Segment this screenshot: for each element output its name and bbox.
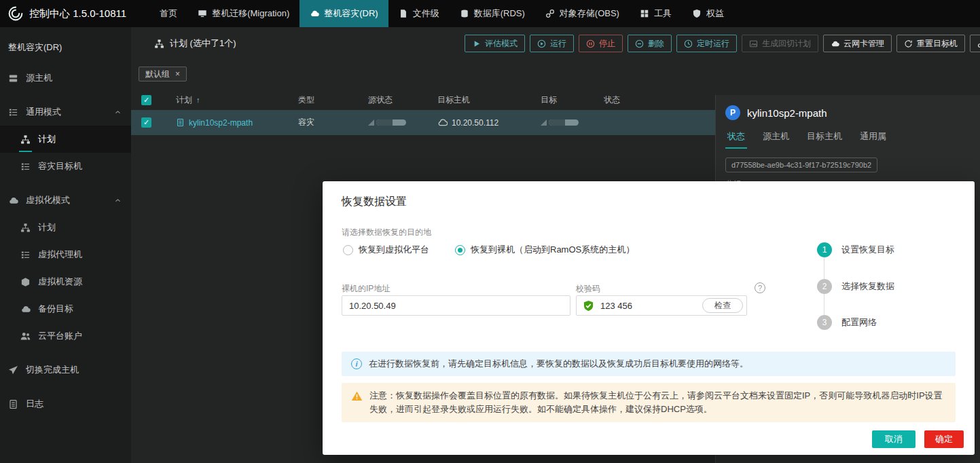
column-header-type[interactable]: 类型 <box>291 94 361 106</box>
column-header-plan[interactable]: 计划 ↑ <box>169 94 291 106</box>
nav-migration[interactable]: 整机迁移(Migration) <box>187 0 300 27</box>
step-3-label: 配置网络 <box>841 316 877 329</box>
column-label: 目标 <box>541 94 557 106</box>
help-icon[interactable]: ? <box>755 282 765 293</box>
sidebar-item-cloud-accounts[interactable]: 云平台账户 <box>0 322 131 350</box>
plan-uuid-chip: d77558be-ae9b-4c31-9f17-b72519c790b2 <box>725 158 877 172</box>
step-1-label: 设置恢复目标 <box>841 244 894 256</box>
detail-panel-tabs: 状态 源主机 目标主机 通用属 <box>716 124 980 149</box>
scheduled-run-button[interactable]: 定时运行 <box>676 35 737 52</box>
shield-check-icon <box>583 300 594 312</box>
partial-mapping-button[interactable]: 1: <box>970 35 980 52</box>
sidebar-item-label: 计划 <box>38 133 56 145</box>
nav-rds[interactable]: 数据库(RDS) <box>450 0 535 27</box>
table-row[interactable]: ✓ kylin10sp2-mpath 容灾 10.20.50.112 <box>131 110 715 135</box>
sidebar-item-switched-hosts[interactable]: 切换完成主机 <box>0 356 131 384</box>
radio-restore-to-virtualization[interactable]: 恢复到虚拟化平台 <box>343 244 429 256</box>
nav-file-level[interactable]: 文件级 <box>388 0 450 27</box>
check-icon: ✓ <box>143 96 149 104</box>
cancel-button[interactable]: 取消 <box>872 430 915 448</box>
filter-tag-default-group[interactable]: 默认组 × <box>139 67 187 81</box>
cloud-icon <box>8 196 18 206</box>
verification-code-field[interactable]: 123 456 检查 <box>576 295 747 316</box>
plan-type: 容灾 <box>298 117 314 128</box>
cloud-icon <box>310 9 319 18</box>
column-label: 状态 <box>604 94 620 106</box>
sidebar-item-source-hosts[interactable]: 源主机 <box>0 64 131 92</box>
cloud-nic-manage-button[interactable]: 云网卡管理 <box>823 35 892 52</box>
delete-button[interactable]: 删除 <box>628 35 672 52</box>
check-icon: ✓ <box>143 119 149 126</box>
sidebar-title: 整机容灾(DR) <box>0 27 131 64</box>
nav-home[interactable]: 首页 <box>149 0 187 27</box>
dialog-footer: 取消 确定 <box>872 430 964 448</box>
tab-target-host[interactable]: 目标主机 <box>798 124 851 149</box>
reset-target-button[interactable]: 重置目标机 <box>896 35 965 52</box>
step-1: 1 设置恢复目标 <box>817 242 894 257</box>
column-header-status[interactable]: 状态 <box>597 94 715 106</box>
sidebar-item-virtual-plans[interactable]: 计划 <box>0 214 131 241</box>
tab-label: 状态 <box>727 131 745 141</box>
sidebar-group-general-mode[interactable]: 通用模式 <box>0 98 131 126</box>
nav-tools[interactable]: 工具 <box>630 0 682 27</box>
run-button[interactable]: 运行 <box>530 35 574 52</box>
link-icon <box>545 9 555 18</box>
step-2-circle: 2 <box>817 279 832 294</box>
button-label: 删除 <box>648 38 664 50</box>
sidebar-item-label: 通用模式 <box>26 106 61 118</box>
sidebar-item-label: 云平台账户 <box>38 330 82 342</box>
column-header-target[interactable]: 目标 <box>534 94 597 106</box>
tab-label: 目标主机 <box>807 131 842 141</box>
source-progress-indicator <box>368 119 406 126</box>
plan-name-link[interactable]: kylin10sp2-mpath <box>189 118 253 128</box>
tab-status[interactable]: 状态 <box>719 124 754 149</box>
sidebar-item-label: 容灾目标机 <box>38 160 82 172</box>
tab-general-props[interactable]: 通用属 <box>851 124 895 149</box>
sidebar-item-vm-resources[interactable]: 虚拟机资源 <box>0 268 131 295</box>
tab-source-host[interactable]: 源主机 <box>754 124 798 149</box>
nav-dr[interactable]: 整机容灾(DR) <box>300 0 388 27</box>
radio-restore-to-bare-metal[interactable]: 恢复到裸机（启动到RamOS系统的主机） <box>455 244 634 256</box>
plan-type-cell: 容灾 <box>291 117 361 128</box>
check-button[interactable]: 检查 <box>702 298 743 313</box>
bare-metal-ip-input[interactable] <box>342 295 570 316</box>
evaluate-mode-button[interactable]: 评估模式 <box>465 35 525 52</box>
confirm-button[interactable]: 确定 <box>924 430 964 448</box>
select-all-checkbox[interactable]: ✓ <box>141 95 151 105</box>
destination-radio-group: 恢复到虚拟化平台 恢复到裸机（启动到RamOS系统的主机） <box>343 244 634 256</box>
app-logo-icon <box>8 6 23 21</box>
source-status-cell <box>361 119 431 126</box>
column-header-target-host[interactable]: 目标主机 <box>431 94 534 106</box>
nav-obs[interactable]: 对象存储(OBS) <box>535 0 630 27</box>
column-header-source-status[interactable]: 源状态 <box>361 94 431 106</box>
toolbar: 计划 (选中了1个) 评估模式 运行 停止 删除 <box>131 33 980 54</box>
sidebar-item-virtual-proxies[interactable]: 虚拟代理机 <box>0 241 131 268</box>
step-2: 2 选择恢复数据 <box>817 279 894 294</box>
play-circle-icon <box>537 39 546 48</box>
refresh-icon <box>904 39 913 48</box>
toolbar-title-text: 计划 (选中了1个) <box>170 37 236 50</box>
nav-label: 文件级 <box>413 7 439 20</box>
tab-label: 源主机 <box>763 131 789 141</box>
nav-benefits[interactable]: 权益 <box>682 0 734 27</box>
cloud-icon <box>831 39 839 48</box>
sitemap-icon <box>20 134 31 145</box>
sidebar-group-virtualization-mode[interactable]: 虚拟化模式 <box>0 187 131 214</box>
radio-icon <box>455 245 465 255</box>
generate-failback-plan-button[interactable]: 生成回切计划 <box>742 35 818 52</box>
sidebar-item-plans[interactable]: 计划 <box>0 126 131 153</box>
table-header-row: ✓ 计划 ↑ 类型 源状态 目标主机 目标 状态 <box>131 90 715 110</box>
nav-label: 数据库(RDS) <box>474 7 525 20</box>
nav-label: 权益 <box>706 7 724 20</box>
stop-button[interactable]: 停止 <box>579 35 623 52</box>
radio-icon <box>343 245 353 255</box>
sidebar-item-logs[interactable]: 日志 <box>0 390 131 418</box>
row-checkbox[interactable]: ✓ <box>141 117 151 128</box>
play-icon <box>472 39 481 48</box>
sidebar-item-backup-targets[interactable]: 备份目标 <box>0 295 131 322</box>
sidebar-item-dr-target-hosts[interactable]: 容灾目标机 <box>0 153 131 180</box>
app-title: 控制中心 1.5.0-10811 <box>29 7 126 20</box>
cloud-outline-icon <box>437 117 448 128</box>
close-icon[interactable]: × <box>175 70 180 78</box>
chevron-up-icon <box>114 197 122 204</box>
